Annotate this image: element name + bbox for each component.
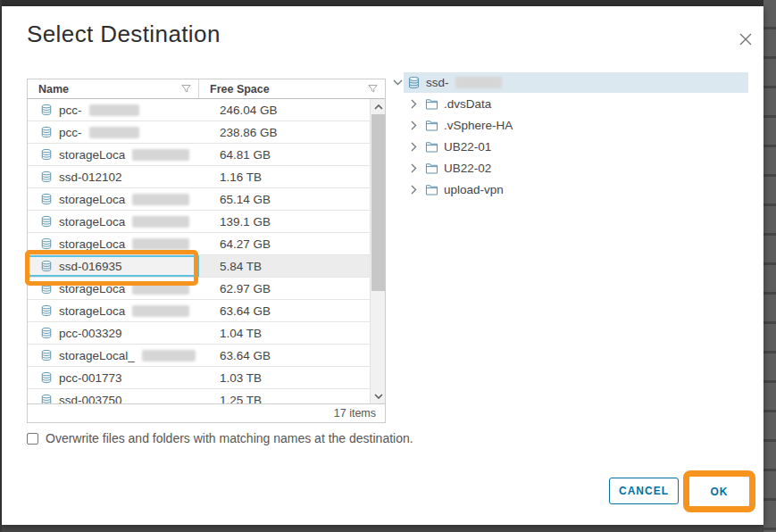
tree-item-label: .vSphere-HA bbox=[444, 119, 513, 132]
datastore-icon bbox=[407, 76, 421, 89]
datastore-icon bbox=[40, 104, 53, 116]
datastore-name-cell[interactable]: storageLoca bbox=[28, 188, 199, 210]
datastore-name-cell[interactable]: storageLoca bbox=[28, 278, 199, 299]
free-space-value: 63.64 GB bbox=[199, 349, 371, 362]
datastore-name: pcc- bbox=[59, 126, 82, 139]
chevron-right-icon[interactable] bbox=[407, 185, 420, 195]
filter-icon[interactable] bbox=[181, 84, 191, 94]
datastore-table: Name Free Space pcc-246.04 GBpcc-238.86 … bbox=[27, 79, 386, 423]
table-footer: 17 items bbox=[28, 403, 385, 422]
scroll-down-icon[interactable] bbox=[371, 388, 385, 403]
tree-item-label: UB22-02 bbox=[444, 162, 491, 175]
folder-icon bbox=[425, 98, 438, 110]
folder-icon bbox=[425, 184, 438, 195]
table-row[interactable]: storageLoca64.81 GB bbox=[28, 144, 371, 166]
ok-button[interactable]: OK bbox=[689, 477, 749, 506]
overwrite-option: Overwrite files and folders with matchin… bbox=[27, 431, 413, 445]
datastore-name-cell[interactable]: ssd-012102 bbox=[28, 166, 199, 187]
column-header-free-space-label: Free Space bbox=[210, 83, 270, 96]
table-row[interactable]: storageLoca64.27 GB bbox=[28, 233, 371, 255]
cancel-button[interactable]: CANCEL bbox=[609, 478, 679, 504]
close-button[interactable] bbox=[736, 29, 755, 49]
column-header-free-space[interactable]: Free Space bbox=[199, 79, 385, 98]
table-row[interactable]: storageLoca62.97 GB bbox=[28, 278, 371, 300]
folder-icon bbox=[425, 120, 438, 131]
table-scrollbar[interactable] bbox=[370, 99, 385, 403]
table-row[interactable]: ssd-0037501.25 TB bbox=[28, 389, 371, 403]
datastore-name-cell[interactable]: storageLocal_ bbox=[28, 345, 199, 366]
tree-item-label: upload-vpn bbox=[444, 183, 504, 196]
chevron-right-icon[interactable] bbox=[407, 99, 420, 109]
table-row[interactable]: pcc-238.86 GB bbox=[28, 121, 371, 144]
table-header: Name Free Space bbox=[28, 79, 385, 99]
free-space-value: 1.25 TB bbox=[199, 394, 371, 404]
datastore-name-cell[interactable]: pcc- bbox=[28, 99, 199, 121]
tree-item--dvsdata[interactable]: .dvsData bbox=[391, 93, 752, 114]
tree-item-upload-vpn[interactable]: upload-vpn bbox=[391, 179, 752, 200]
datastore-name-cell[interactable]: ssd-016935 bbox=[28, 255, 199, 277]
page-background-bottom bbox=[0, 525, 776, 532]
datastore-icon bbox=[40, 215, 53, 228]
select-destination-dialog: Select Destination Name Free Space bbox=[2, 6, 763, 525]
tree-item--vsphere-ha[interactable]: .vSphere-HA bbox=[391, 114, 752, 136]
table-row[interactable]: pcc-0017731.03 TB bbox=[28, 367, 371, 389]
free-space-value: 1.16 TB bbox=[199, 170, 371, 184]
page-background-right bbox=[763, 0, 776, 532]
dialog-title: Select Destination bbox=[27, 21, 221, 48]
column-header-name-label: Name bbox=[38, 83, 69, 96]
free-space-value: 246.04 GB bbox=[199, 104, 371, 117]
free-space-value: 1.03 TB bbox=[199, 371, 371, 385]
redacted-text bbox=[132, 149, 189, 161]
table-row[interactable]: storageLocal_63.64 GB bbox=[28, 345, 371, 367]
datastore-name: ssd-016935 bbox=[59, 260, 122, 273]
datastore-name: ssd-012102 bbox=[59, 170, 122, 184]
free-space-value: 1.04 TB bbox=[199, 327, 371, 340]
redacted-text bbox=[132, 216, 189, 228]
datastore-icon bbox=[40, 327, 53, 339]
datastore-name: pcc-001773 bbox=[59, 371, 122, 385]
datastore-icon bbox=[40, 193, 53, 205]
table-row[interactable]: ssd-0169355.84 TB bbox=[28, 255, 371, 278]
scroll-up-icon[interactable] bbox=[371, 99, 385, 114]
table-row[interactable]: pcc-246.04 GB bbox=[28, 99, 371, 121]
free-space-value: 139.1 GB bbox=[199, 215, 371, 229]
table-row[interactable]: storageLoca63.64 GB bbox=[28, 300, 371, 322]
datastore-icon bbox=[40, 304, 53, 317]
tree-item-label: UB22-01 bbox=[444, 140, 491, 154]
tree-item-ub22-02[interactable]: UB22-02 bbox=[391, 157, 752, 179]
datastore-name: pcc- bbox=[59, 104, 82, 117]
table-row[interactable]: storageLoca65.14 GB bbox=[28, 188, 371, 211]
filter-icon[interactable] bbox=[368, 84, 378, 94]
datastore-name-cell[interactable]: pcc- bbox=[28, 121, 199, 143]
datastore-name-cell[interactable]: storageLoca bbox=[28, 300, 199, 321]
column-header-name[interactable]: Name bbox=[28, 79, 199, 98]
free-space-value: 63.64 GB bbox=[199, 304, 371, 318]
tree-item-ub22-01[interactable]: UB22-01 bbox=[391, 136, 752, 157]
table-row[interactable]: storageLoca139.1 GB bbox=[28, 211, 371, 233]
datastore-name-cell[interactable]: storageLoca bbox=[28, 233, 199, 254]
chevron-right-icon[interactable] bbox=[407, 142, 420, 152]
close-icon bbox=[738, 32, 753, 46]
chevron-down-icon[interactable] bbox=[391, 79, 404, 86]
datastore-name: storageLoca bbox=[59, 193, 125, 206]
datastore-name: storageLoca bbox=[59, 304, 125, 318]
redacted-text bbox=[455, 77, 502, 88]
chevron-right-icon[interactable] bbox=[407, 163, 420, 173]
table-row[interactable]: pcc-0033291.04 TB bbox=[28, 322, 371, 345]
datastore-name-cell[interactable]: pcc-003329 bbox=[28, 322, 199, 344]
datastore-name: storageLoca bbox=[59, 215, 125, 229]
datastore-name-cell[interactable]: ssd-003750 bbox=[28, 389, 199, 403]
datastore-icon bbox=[40, 170, 53, 183]
datastore-icon bbox=[40, 371, 53, 384]
datastore-name-cell[interactable]: storageLoca bbox=[28, 211, 199, 232]
datastore-name: storageLoca bbox=[59, 282, 125, 295]
datastore-name-cell[interactable]: pcc-001773 bbox=[28, 367, 199, 388]
scrollbar-thumb[interactable] bbox=[371, 114, 385, 291]
chevron-right-icon[interactable] bbox=[407, 121, 420, 130]
redacted-text bbox=[132, 283, 189, 295]
table-row[interactable]: ssd-0121021.16 TB bbox=[28, 166, 371, 188]
datastore-name-cell[interactable]: storageLoca bbox=[28, 144, 199, 165]
tree-root-label: ssd- bbox=[426, 76, 449, 89]
overwrite-checkbox[interactable] bbox=[27, 433, 38, 445]
tree-root-datastore[interactable]: ssd- bbox=[404, 72, 748, 93]
